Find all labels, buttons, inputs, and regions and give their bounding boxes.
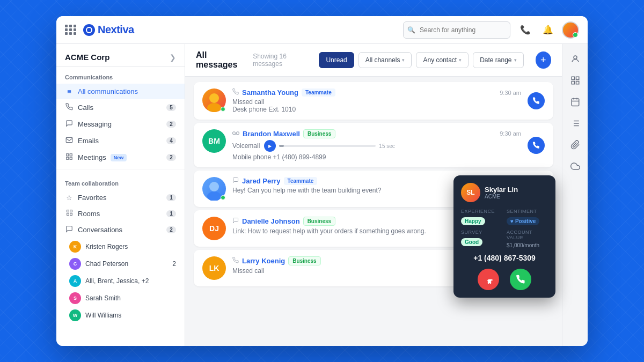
messages-header: All messages Showing 16 messages Unread … <box>185 44 562 77</box>
sidebar-item-calls[interactable]: Calls 5 <box>56 99 185 116</box>
svg-rect-8 <box>70 213 72 216</box>
messages-title: All messages <box>196 50 246 70</box>
messaging-badge: 2 <box>166 121 176 128</box>
chad-badge: 2 <box>172 260 176 268</box>
search-icon: 🔍 <box>407 26 415 34</box>
svg-rect-21 <box>572 99 579 106</box>
svg-point-9 <box>209 93 219 103</box>
kristen-label: Kristen Rogers <box>85 243 128 250</box>
svg-rect-4 <box>70 157 72 159</box>
alli-label: Alli, Brent, Jessica, +2 <box>85 277 149 285</box>
attachments-icon[interactable] <box>566 135 585 154</box>
caller-company: ACME <box>485 194 518 200</box>
logo-icon <box>83 24 95 36</box>
search-input[interactable] <box>403 21 510 39</box>
brandon-tag: Business <box>303 129 335 138</box>
cloud-icon[interactable] <box>566 157 585 176</box>
filter-channels-button[interactable]: All channels ▾ <box>358 52 412 68</box>
meetings-badge: 2 <box>166 154 176 161</box>
sidebar-subitem-chad[interactable]: C Chad Peterson 2 <box>56 255 185 272</box>
filter-unread-button[interactable]: Unread <box>319 52 354 68</box>
sidebar-item-emails[interactable]: Emails 4 <box>56 132 185 149</box>
svg-rect-6 <box>70 210 72 212</box>
call-type-icon-larry <box>232 257 239 265</box>
voicemail-type-icon <box>232 130 239 138</box>
rooms-label: Rooms <box>78 210 100 218</box>
notification-bell-button[interactable]: 🔔 <box>539 21 557 39</box>
svg-rect-19 <box>572 82 574 84</box>
brandon-line2: Mobile phone +1 (480) 899-4899 <box>232 153 493 161</box>
jared-name: Jared Perry <box>242 177 281 185</box>
sidebar-item-rooms[interactable]: Rooms 1 <box>56 205 185 221</box>
alli-avatar: A <box>69 275 81 287</box>
conversations-badge: 2 <box>166 226 176 233</box>
sidebar-item-conversations[interactable]: Conversations 2 <box>56 221 185 238</box>
survey-value: Good <box>461 238 482 246</box>
will-label: Will Williams <box>85 312 121 319</box>
calls-label: Calls <box>78 104 93 112</box>
sarah-label: Sarah Smith <box>85 294 121 302</box>
experience-stat: EXPERIENCE Happy <box>461 209 502 225</box>
sidebar-subitem-sarah[interactable]: S Sarah Smith <box>56 290 185 307</box>
samantha-header: Samantha Young Teammate <box>232 88 493 97</box>
danielle-name: Danielle Johnson <box>242 217 300 225</box>
grid-menu-icon[interactable] <box>65 25 77 35</box>
brandon-call-button[interactable] <box>528 137 545 154</box>
company-name: ACME Corp <box>65 53 109 62</box>
svg-rect-20 <box>576 82 579 84</box>
contacts-icon[interactable] <box>566 49 585 69</box>
svg-point-15 <box>207 191 221 201</box>
larry-avatar: LK <box>202 256 226 280</box>
message-card-brandon[interactable]: BM Brandon Maxwell Business Voicemail ▶ <box>194 123 553 167</box>
voicemail-progress-bar[interactable] <box>279 145 376 147</box>
emails-label: Emails <box>78 137 99 145</box>
decline-call-button[interactable] <box>478 269 499 290</box>
sentiment-value: Positive <box>507 217 539 225</box>
contact-chevron-icon: ▾ <box>459 57 462 63</box>
add-message-button[interactable]: + <box>536 51 551 69</box>
sidebar-subitem-kristen[interactable]: K Kristen Rogers <box>56 238 185 255</box>
experience-value: Happy <box>461 217 485 225</box>
sentiment-stat: SENTIMENT Positive <box>507 209 548 225</box>
brandon-content: Brandon Maxwell Business Voicemail ▶ 15 … <box>232 129 493 161</box>
samantha-call-button[interactable] <box>528 92 545 109</box>
message-card-samantha[interactable]: Samantha Young Teammate Missed call Desk… <box>194 82 553 120</box>
calendar-icon[interactable] <box>566 92 585 112</box>
dashboard-icon[interactable] <box>566 71 585 90</box>
app-window: Nextiva 🔍 📞 🔔 ACME Corp ❯ Communications… <box>56 16 588 346</box>
sidebar-subitem-will[interactable]: W Will Williams <box>56 307 185 324</box>
rooms-icon <box>65 209 74 218</box>
sidebar-item-all-communications[interactable]: ≡ All communications <box>56 84 185 99</box>
will-avatar: W <box>69 309 81 321</box>
voicemail-progress-fill <box>279 145 284 147</box>
msg-type-icon-danielle <box>232 217 239 225</box>
conversations-icon <box>65 225 74 234</box>
samantha-content: Samantha Young Teammate Missed call Desk… <box>232 88 493 113</box>
filter-date-button[interactable]: Date range ▾ <box>473 52 523 68</box>
sidebar-subitem-alli[interactable]: A Alli, Brent, Jessica, +2 <box>56 272 185 290</box>
logo-text: Nextiva <box>98 24 134 36</box>
nav-search: 🔍 <box>403 21 510 39</box>
svg-point-16 <box>574 56 577 59</box>
accept-call-button[interactable] <box>510 269 531 290</box>
emails-icon <box>65 136 74 145</box>
meetings-new-badge: New <box>111 154 127 161</box>
sentiment-label: SENTIMENT <box>507 209 548 214</box>
filter-contact-button[interactable]: Any contact ▾ <box>416 52 469 68</box>
call-type-icon <box>232 88 239 97</box>
user-avatar[interactable] <box>562 21 579 39</box>
sidebar-item-meetings[interactable]: Meetings New 2 <box>56 149 185 166</box>
sidebar-collapse-icon[interactable]: ❯ <box>170 53 176 62</box>
svg-rect-17 <box>572 77 574 79</box>
messages-subtitle: Showing 16 messages <box>253 53 312 68</box>
phone-nav-button[interactable]: 📞 <box>517 21 534 39</box>
caller-phone: +1 (480) 867-5309 <box>461 254 548 262</box>
svg-point-11 <box>233 131 236 134</box>
sidebar-item-favorites[interactable]: ☆ Favorites 1 <box>56 190 185 205</box>
voicemail-play-button[interactable]: ▶ <box>264 140 276 152</box>
conversations-label: Conversations <box>78 226 122 234</box>
tasks-icon[interactable] <box>566 114 585 133</box>
sidebar-item-messaging[interactable]: Messaging 2 <box>56 116 185 132</box>
nav-actions: 📞 🔔 <box>517 21 579 39</box>
svg-rect-1 <box>67 154 69 156</box>
